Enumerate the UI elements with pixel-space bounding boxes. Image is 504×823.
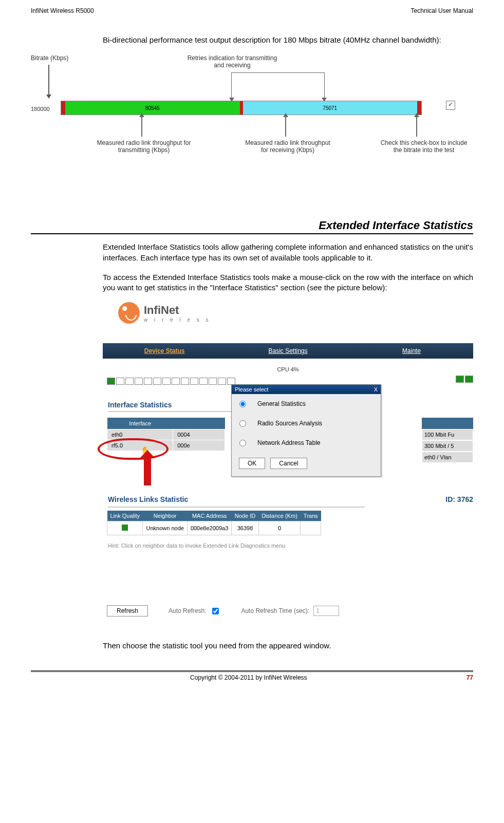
col-mac: MAC Address [187,511,231,521]
ok-button[interactable]: OK [239,458,265,469]
if-eth0: eth0 [107,429,173,440]
mode-column: 100 Mbit Fu 300 Mbit / 5 eth0 / Vlan [422,418,473,463]
arrow-up-icon [416,116,417,137]
cell-neighbor: Unknown node [143,521,187,535]
retries-label: Retries indication for transmitting and … [183,54,281,69]
radio-sources[interactable] [239,420,246,427]
table-row[interactable]: Unknown node 000e8e2009a3 36398 0 [107,521,321,535]
tx-bar-value: 80545 [65,101,240,115]
table-row[interactable]: eth00004 [107,429,225,440]
auto-refresh-time-input[interactable] [313,606,339,616]
col-trans: Trans [301,511,321,521]
page-number: 77 [466,674,473,681]
col-node-id: Node ID [232,511,258,521]
page-header: InfiNet Wireless R5000 Technical User Ma… [31,7,473,14]
hdr-right: Technical User Manual [411,7,473,14]
copyright: Copyright © 2004-2011 by InfiNet Wireles… [190,674,307,681]
include-bitrate-checkbox[interactable]: ✓ [446,101,455,110]
rx-label: Measured radio link throughput for recei… [241,139,334,154]
hint-text: Hint: Click on neighbor data to invoke E… [108,543,285,549]
bitrate-value: 180000 [31,106,50,112]
popup-title-text: Please select [235,386,268,392]
retries-branch-arrow [231,72,325,99]
infinet-logo: InfiNet w i r e l e s s [118,302,211,324]
cell-node: 36398 [232,521,258,535]
arrow-up-icon [285,116,286,137]
col-interface: Interface [107,418,173,429]
auto-refresh-checkbox[interactable] [212,608,219,614]
refresh-button[interactable]: Refresh [107,605,148,616]
interface-stats-title: Interface Statistics [108,401,172,409]
rx-bar-value: 75071 [243,101,418,115]
para2: To access the Extended Interface Statist… [103,272,473,293]
intro-text: Bi-directional performance test output d… [103,35,473,45]
hr-icon [108,507,365,508]
cpu-bar [107,378,276,385]
tx-label: Measured radio link throughput for trans… [92,139,195,154]
section-title: Extended Interface Statistics [31,219,473,232]
opt-general-stats[interactable]: General Statistics [232,394,381,414]
main-nav: Device Status Basic Settings Mainte [103,343,473,359]
cell-dist: 0 [258,521,301,535]
tx-retries-segment [61,101,65,115]
red-arrow-up-icon [144,457,151,485]
bitrate-kbps-label: Bitrate (Kbps) [31,54,68,62]
radio-nat[interactable] [239,440,246,446]
page-footer: Copyright © 2004-2011 by InfiNet Wireles… [31,670,473,681]
tab-device-status[interactable]: Device Status [103,343,226,359]
wireless-links-table: Link Quality Neighbor MAC Address Node I… [107,511,321,535]
col-distance: Distance (Km) [258,511,301,521]
throughput-bar: 80545 75071 [61,101,422,115]
col-neighbor: Neighbor [143,511,187,521]
col-link-quality: Link Quality [107,511,143,521]
logo-sub: w i r e l e s s [144,317,211,323]
bottom-bar: Refresh Auto Refresh: Auto Refresh Time … [107,605,473,616]
table-row[interactable]: rf5.0000e [107,440,225,451]
hdr-left: InfiNet Wireless R5000 [31,7,94,14]
logo-icon [118,302,140,324]
tab-basic-settings[interactable]: Basic Settings [226,343,349,359]
arrow-up-icon [141,116,142,137]
cpu-bar-right [456,376,473,383]
interface-table: Interface eth00004 rf5.0000e [107,418,225,451]
opt-radio-sources[interactable]: Radio Sources Analysis [232,414,381,433]
select-popup: Please select X General Statistics Radio… [231,384,381,477]
cancel-button[interactable]: Cancel [270,458,307,469]
arrow-down-icon [48,65,49,96]
wireless-stats-title: Wireless Links Statistic [108,495,188,503]
tab-maintenance[interactable]: Mainte [350,343,473,359]
auto-refresh-label: Auto Refresh: [169,607,206,614]
mode-cell: eth0 / Vlan [422,452,473,463]
bitrate-diagram: Bitrate (Kbps) Retries indication for tr… [31,54,473,203]
router-id: ID: 3762 [445,495,473,503]
logo-main: InfiNet [144,304,211,317]
radio-general[interactable] [239,401,246,407]
link-quality-icon [122,525,128,531]
cpu-label: CPU 4% [103,366,473,372]
webui-screenshot: InfiNet w i r e l e s s Device Status Ba… [103,302,473,641]
close-icon[interactable]: X [374,386,378,392]
auto-refresh-time-label: Auto Refresh Time (sec): [241,607,309,614]
mode-cell: 100 Mbit Fu [422,429,473,440]
mode-cell: 300 Mbit / 5 [422,440,473,452]
opt-net-addr[interactable]: Network Address Table [232,433,381,453]
checkbox-label: Check this check-box to include the bitr… [380,139,468,154]
para1: Extended Interface Statistics tools allo… [103,242,473,263]
closing-text: Then choose the statistic tool you need … [103,641,473,650]
cell-mac: 000e8e2009a3 [187,521,231,535]
section-rule [31,233,473,234]
if-rf5: rf5.0 [107,440,173,451]
